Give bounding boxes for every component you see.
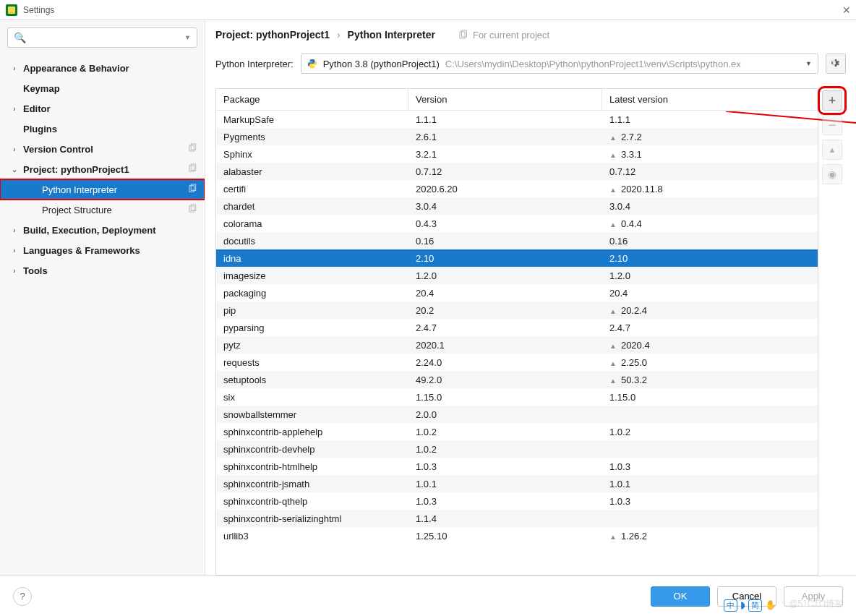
table-row[interactable]: certifi2020.6.20▲2020.11.8: [216, 180, 818, 197]
cell-latest: ▲0.4.4: [602, 218, 818, 229]
cell-version: 1.0.3: [408, 461, 602, 472]
cell-latest: 0.7.12: [602, 166, 818, 177]
cell-version: 2020.6.20: [408, 184, 602, 194]
apply-button[interactable]: Apply: [784, 586, 843, 607]
sidebar-item-plugins[interactable]: Plugins: [0, 119, 205, 139]
search-input[interactable]: [30, 33, 184, 43]
settings-tree[interactable]: ›Appearance & BehaviorKeymap›EditorPlugi…: [0, 55, 205, 576]
table-row[interactable]: snowballstemmer2.0.0: [216, 406, 818, 423]
cell-latest: 2.10: [602, 253, 818, 264]
table-row[interactable]: MarkupSafe1.1.11.1.1: [216, 111, 818, 128]
cell-version: 1.0.2: [408, 444, 602, 455]
table-row[interactable]: imagesize1.2.01.2.0: [216, 267, 818, 284]
chevron-right-icon: ›: [10, 226, 19, 234]
table-row[interactable]: sphinxcontrib-jsmath1.0.11.0.1: [216, 475, 818, 492]
table-row[interactable]: idna2.102.10: [216, 249, 818, 267]
search-dropdown-icon[interactable]: ▼: [184, 34, 191, 41]
sidebar-item-label: Languages & Frameworks: [23, 245, 140, 256]
sidebar-item-label: Version Control: [23, 144, 93, 155]
cell-package: docutils: [216, 236, 408, 247]
sidebar-item-python-interpreter[interactable]: Python Interpreter: [0, 179, 205, 200]
table-row[interactable]: docutils0.160.16: [216, 232, 818, 249]
table-row[interactable]: sphinxcontrib-devhelp1.0.2: [216, 440, 818, 458]
interpreter-settings-button[interactable]: [826, 54, 846, 74]
table-row[interactable]: packaging20.420.4: [216, 284, 818, 301]
sidebar-item-version-control[interactable]: ›Version Control: [0, 139, 205, 159]
svg-rect-8: [460, 32, 465, 38]
cell-package: six: [216, 392, 408, 403]
interpreter-dropdown[interactable]: Python 3.8 (pythonProject1) C:\Users\myd…: [301, 54, 818, 74]
table-row[interactable]: sphinxcontrib-htmlhelp1.0.31.0.3: [216, 458, 818, 475]
cell-version: 1.1.4: [408, 513, 602, 524]
table-row[interactable]: six1.15.01.15.0: [216, 388, 818, 406]
col-package[interactable]: Package: [216, 89, 408, 110]
table-row[interactable]: Sphinx3.2.1▲3.3.1: [216, 145, 818, 163]
sidebar-item-label: Appearance & Behavior: [23, 63, 129, 74]
close-icon[interactable]: ×: [842, 4, 850, 17]
sidebar-item-label: Tools: [23, 265, 48, 276]
table-row[interactable]: sphinxcontrib-serializinghtml1.1.4: [216, 510, 818, 527]
sidebar-item-label: Plugins: [23, 124, 57, 134]
cell-latest: 20.4: [602, 288, 818, 299]
cell-version: 2.6.1: [408, 132, 602, 142]
sidebar-item-project-pythonproject1[interactable]: ⌄Project: pythonProject1: [0, 159, 205, 179]
remove-package-button[interactable]: −: [822, 115, 842, 135]
chevron-right-icon: ›: [10, 105, 19, 113]
col-latest[interactable]: Latest version: [602, 89, 818, 110]
table-row[interactable]: pytz2020.1▲2020.4: [216, 336, 818, 354]
table-row[interactable]: alabaster0.7.120.7.12: [216, 163, 818, 180]
add-package-button[interactable]: +: [822, 90, 842, 111]
copy-icon: [188, 163, 197, 175]
cell-package: alabaster: [216, 166, 408, 177]
title-bar: Settings ×: [0, 0, 856, 20]
interpreter-path: C:\Users\mydin\Desktop\Python\pythonProj…: [445, 59, 800, 69]
copy-icon: [188, 204, 197, 215]
svg-rect-4: [189, 186, 194, 192]
ok-button[interactable]: OK: [651, 586, 710, 607]
col-version[interactable]: Version: [408, 89, 602, 110]
table-row[interactable]: requests2.24.0▲2.25.0: [216, 354, 818, 371]
table-row[interactable]: Pygments2.6.1▲2.7.2: [216, 128, 818, 145]
cell-latest: ▲2.7.2: [602, 132, 818, 142]
table-row[interactable]: pyparsing2.4.72.4.7: [216, 319, 818, 336]
sidebar-item-appearance-behavior[interactable]: ›Appearance & Behavior: [0, 58, 205, 78]
python-icon: [307, 59, 317, 69]
table-row[interactable]: urllib31.25.10▲1.26.2: [216, 527, 818, 544]
sidebar-item-tools[interactable]: ›Tools: [0, 260, 205, 281]
sidebar-search[interactable]: 🔍 ▼: [7, 27, 197, 48]
table-row[interactable]: sphinxcontrib-qthelp1.0.31.0.3: [216, 492, 818, 510]
show-early-releases-button[interactable]: ◉: [822, 164, 842, 184]
cell-package: idna: [216, 253, 408, 264]
sidebar-item-languages-frameworks[interactable]: ›Languages & Frameworks: [0, 240, 205, 260]
cell-latest: 1.2.0: [602, 270, 818, 281]
table-row[interactable]: setuptools49.2.0▲50.3.2: [216, 371, 818, 388]
upgrade-icon: ▲: [609, 307, 617, 315]
help-button[interactable]: ?: [13, 587, 32, 606]
cell-package: urllib3: [216, 531, 408, 542]
breadcrumb-root: Project: pythonProject1: [215, 29, 330, 40]
table-row[interactable]: sphinxcontrib-applehelp1.0.21.0.2: [216, 423, 818, 440]
sidebar-item-editor[interactable]: ›Editor: [0, 98, 205, 119]
table-row[interactable]: pip20.2▲20.2.4: [216, 301, 818, 319]
table-body[interactable]: MarkupSafe1.1.11.1.1Pygments2.6.1▲2.7.2S…: [216, 111, 818, 575]
table-row[interactable]: colorama0.4.3▲0.4.4: [216, 215, 818, 232]
sidebar-item-label: Project Structure: [42, 205, 112, 215]
chevron-down-icon: ▼: [805, 60, 812, 67]
cell-version: 1.0.3: [408, 496, 602, 507]
cell-package: chardet: [216, 201, 408, 212]
cell-package: colorama: [216, 218, 408, 229]
cell-version: 2.4.7: [408, 322, 602, 333]
breadcrumb: Project: pythonProject1 › Python Interpr…: [215, 29, 846, 40]
sidebar-item-build-execution-deployment[interactable]: ›Build, Execution, Deployment: [0, 220, 205, 240]
sidebar-item-project-structure[interactable]: Project Structure: [0, 200, 205, 220]
sidebar-item-keymap[interactable]: Keymap: [0, 78, 205, 98]
table-row[interactable]: chardet3.0.43.0.4: [216, 197, 818, 215]
interpreter-label: Python Interpreter:: [215, 59, 294, 69]
upgrade-package-button[interactable]: ▲: [822, 140, 842, 160]
chevron-down-icon: ⌄: [10, 166, 19, 174]
cell-latest: 3.0.4: [602, 201, 818, 212]
cell-version: 2020.1: [408, 340, 602, 351]
sidebar-item-label: Python Interpreter: [42, 184, 117, 195]
chevron-right-icon: ›: [10, 145, 19, 153]
cell-latest: 2.4.7: [602, 322, 818, 333]
